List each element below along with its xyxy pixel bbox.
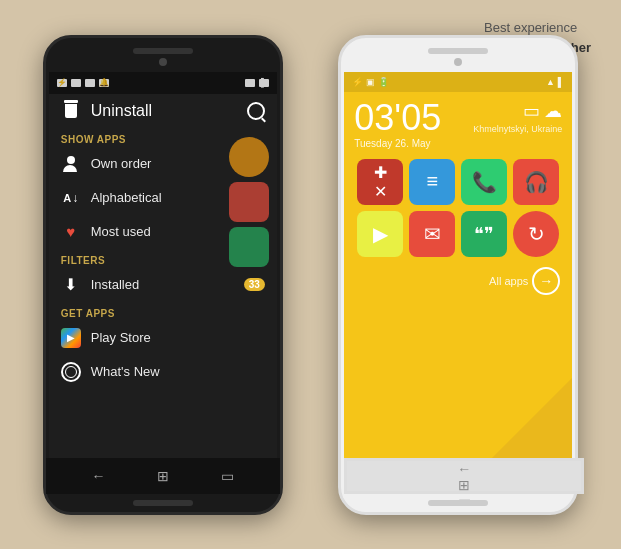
uninstall-row[interactable]: Uninstall bbox=[49, 94, 277, 128]
bell-icon: 🔔 bbox=[99, 79, 109, 87]
main-container: Best experience with Nova Launcher ⚡ ✉ ⚑… bbox=[0, 0, 621, 549]
app-phone[interactable]: 📞 bbox=[461, 159, 507, 205]
recent-btn-left[interactable]: ▭ bbox=[221, 468, 234, 484]
installed-label: Installed bbox=[91, 277, 139, 292]
weather-area: ▭ ☁ Khmelnytskyi, Ukraine bbox=[473, 100, 562, 134]
triangle-decoration bbox=[492, 378, 572, 458]
right-status-1: ⚡ bbox=[352, 77, 363, 87]
speaker-bottom-left bbox=[133, 500, 193, 506]
all-apps-button[interactable]: → bbox=[532, 267, 560, 295]
search-icon bbox=[247, 102, 265, 120]
battery-indicator: ▭ bbox=[523, 100, 540, 122]
refresh-icon: ↻ bbox=[528, 222, 545, 246]
wifi-icon: ▲ bbox=[245, 79, 255, 87]
app-headphone[interactable]: 🎧 bbox=[513, 159, 559, 205]
notification-icon: ✉ bbox=[71, 79, 81, 87]
app-arrow[interactable]: ↻ bbox=[513, 211, 559, 257]
left-phone-screen: ⚡ ✉ ⚑ 🔔 ▲ ▌ Uninstall bbox=[49, 72, 277, 458]
mail-icon: ✉ bbox=[424, 222, 441, 246]
play-store-item[interactable]: ▶ Play Store bbox=[49, 321, 277, 355]
speaker-top-right bbox=[428, 48, 488, 54]
flag-icon: ⚑ bbox=[85, 79, 95, 87]
partial-app-bg bbox=[222, 132, 277, 272]
quote-icon: ❝❞ bbox=[474, 223, 494, 245]
clock-area: 03'05 Tuesday 26. May ▭ ☁ Khmelnytskyi, … bbox=[344, 92, 572, 153]
clock-time: 03'05 bbox=[354, 100, 441, 136]
status-icons-right: ▲ ▌ bbox=[245, 79, 269, 87]
play-store-label: Play Store bbox=[91, 330, 151, 345]
whats-new-item[interactable]: What's New bbox=[49, 355, 277, 389]
right-signal-icon: ▌ bbox=[558, 77, 564, 87]
search-btn[interactable] bbox=[247, 102, 265, 120]
app-mail[interactable]: ✉ bbox=[409, 211, 455, 257]
right-status-2: ▣ bbox=[366, 77, 375, 87]
download-icon: ⬇ bbox=[64, 275, 77, 294]
whats-new-label: What's New bbox=[91, 364, 160, 379]
clock-date: Tuesday 26. May bbox=[354, 138, 441, 149]
az-icon: A bbox=[63, 191, 78, 205]
right-battery-icon: 🔋 bbox=[378, 77, 389, 87]
right-phone-screen: ⚡ ▣ 🔋 ▲ ▌ 03'05 Tuesday 26. May ▭ bbox=[344, 72, 572, 458]
person-icon bbox=[63, 156, 79, 172]
weather-location: Khmelnytskyi, Ukraine bbox=[473, 124, 562, 134]
speaker-bottom-right bbox=[428, 500, 488, 506]
heart-icon: ♥ bbox=[66, 223, 75, 240]
most-used-label: Most used bbox=[91, 224, 151, 239]
bottom-nav-right: ← ⊞ ▭ bbox=[344, 458, 584, 494]
cloud-icon: ☁ bbox=[544, 100, 562, 122]
phone-icon: 📞 bbox=[472, 170, 497, 194]
right-phone: ⚡ ▣ 🔋 ▲ ▌ 03'05 Tuesday 26. May ▭ bbox=[338, 35, 578, 515]
playstore-icon: ▶ bbox=[61, 328, 81, 348]
app-play[interactable]: ▶ bbox=[357, 211, 403, 257]
app-documents[interactable]: ≡ bbox=[409, 159, 455, 205]
all-apps-row: All apps → bbox=[344, 263, 572, 299]
own-order-label: Own order bbox=[91, 156, 152, 171]
clock-section: 03'05 Tuesday 26. May bbox=[354, 100, 441, 149]
weather-icon: ▭ ☁ bbox=[473, 100, 562, 122]
installed-item[interactable]: ⬇ Installed 33 bbox=[49, 268, 277, 302]
left-phone: ⚡ ✉ ⚑ 🔔 ▲ ▌ Uninstall bbox=[43, 35, 283, 515]
uninstall-label: Uninstall bbox=[91, 102, 152, 120]
get-apps-label: GET APPS bbox=[49, 302, 277, 321]
back-btn-left[interactable]: ← bbox=[92, 468, 106, 484]
app-grid: ✚✕ ≡ 📞 🎧 ▶ ✉ ❝❞ bbox=[344, 153, 572, 263]
back-btn-right[interactable]: ← bbox=[457, 461, 471, 477]
globe-icon bbox=[61, 362, 81, 382]
play-icon: ▶ bbox=[373, 222, 388, 246]
status-bar-left: ⚡ ✉ ⚑ 🔔 ▲ ▌ bbox=[49, 72, 277, 94]
speaker-top-left bbox=[133, 48, 193, 54]
installed-badge: 33 bbox=[244, 278, 265, 291]
home-btn-right[interactable]: ⊞ bbox=[458, 477, 470, 493]
status-icons-left: ⚡ ✉ ⚑ 🔔 bbox=[57, 79, 109, 87]
camera-right bbox=[454, 58, 462, 66]
calc-icon: ✚✕ bbox=[374, 163, 387, 201]
bottom-nav-left: ← ⊞ ▭ bbox=[46, 458, 280, 494]
camera-left bbox=[159, 58, 167, 66]
headphone-icon: 🎧 bbox=[524, 170, 549, 194]
app-calculator[interactable]: ✚✕ bbox=[357, 159, 403, 205]
usb-icon: ⚡ bbox=[57, 79, 67, 87]
signal-icon: ▌ bbox=[259, 79, 269, 87]
right-status-bar: ⚡ ▣ 🔋 ▲ ▌ bbox=[344, 72, 572, 92]
trash-icon bbox=[61, 100, 81, 122]
home-btn-left[interactable]: ⊞ bbox=[157, 468, 169, 484]
doc-icon: ≡ bbox=[426, 170, 438, 193]
right-wifi-icon: ▲ bbox=[546, 77, 555, 87]
alphabetical-label: Alphabetical bbox=[91, 190, 162, 205]
app-quotes[interactable]: ❝❞ bbox=[461, 211, 507, 257]
all-apps-text: All apps bbox=[489, 275, 528, 287]
